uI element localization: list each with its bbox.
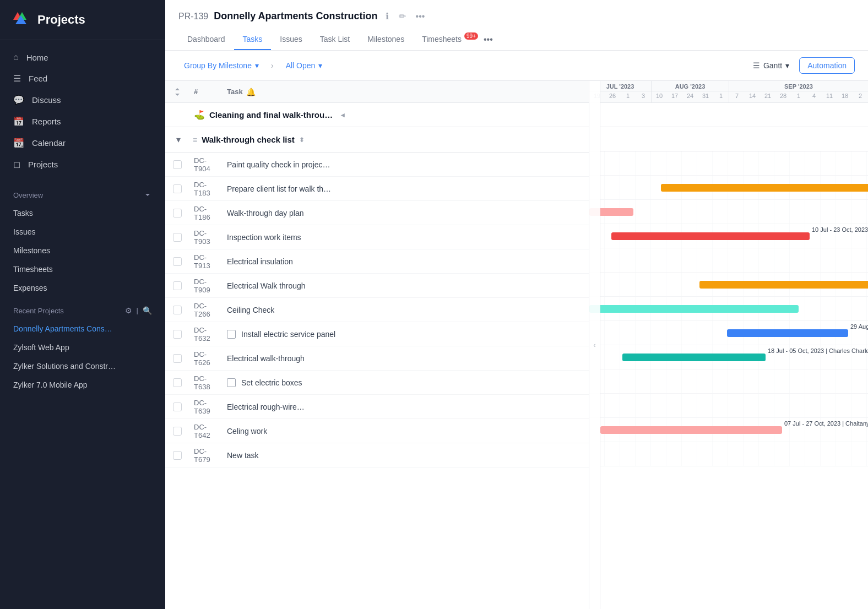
row-checkbox-DC-T903[interactable] [165, 233, 189, 242]
checkbox-DC-T904[interactable] [173, 160, 182, 169]
row-checkbox-DC-T909[interactable] [165, 281, 189, 290]
row-task-text-DC-T679: New task [227, 451, 259, 460]
checkbox-DC-T903[interactable] [173, 233, 182, 242]
gantt-cell [697, 248, 713, 272]
sidebar-item-reports[interactable]: 📅 Reports [0, 111, 165, 132]
search-recent-icon[interactable]: 🔍 [143, 306, 152, 315]
gantt-cell [836, 394, 851, 417]
filter-recent-icon[interactable]: ⚙ [125, 306, 132, 315]
checkbox-DC-T183[interactable] [173, 184, 182, 193]
gantt-row-DC-T266 [589, 297, 868, 321]
gantt-bar-DC-T903[interactable] [611, 232, 810, 240]
more-icon[interactable]: ••• [414, 9, 427, 24]
subsection-collapse-button[interactable]: ▾ [170, 134, 187, 145]
sidebar-item-projects[interactable]: ◻ Projects [0, 154, 165, 175]
row-id-DC-T909: DC-T909 [189, 278, 223, 294]
checkbox-DC-T913[interactable] [173, 257, 182, 266]
gantt-cell [713, 248, 728, 272]
recent-project-donnelly[interactable]: Donnelly Apartments Cons… [0, 319, 165, 338]
checkbox-DC-T266[interactable] [173, 306, 182, 314]
overview-expenses[interactable]: Expenses [0, 279, 165, 297]
subsection-sort-icon[interactable]: ⬍ [299, 136, 305, 144]
gantt-collapse-handle[interactable]: ‹ [589, 81, 600, 609]
gantt-cell [682, 394, 697, 417]
gantt-cell [836, 442, 851, 466]
overview-issues[interactable]: Issues [0, 222, 165, 241]
tab-milestones[interactable]: Milestones [359, 30, 413, 50]
gantt-chart-panel[interactable]: JUL '2023 19 26 1 3 AUG '2023 10 17 [589, 81, 868, 609]
row-checkbox-DC-T183[interactable] [165, 184, 189, 193]
bell-icon: 🔔 [246, 88, 256, 96]
gantt-cell [728, 200, 744, 224]
gantt-row-DC-T639 [589, 394, 868, 418]
gantt-bar-DC-T266[interactable] [589, 305, 799, 313]
overview-tasks[interactable]: Tasks [0, 204, 165, 222]
collapse-all-icon [173, 88, 182, 96]
collapse-all-button[interactable] [165, 88, 189, 96]
gantt-bar-DC-T626[interactable] [622, 354, 766, 361]
checkbox-DC-T186[interactable] [173, 209, 182, 218]
row-checkbox-DC-T626[interactable] [165, 354, 189, 363]
sidebar-item-discuss[interactable]: 💬 Discuss [0, 89, 165, 111]
recent-project-zylker-solutions[interactable]: Zylker Solutions and Constr… [0, 357, 165, 376]
checkbox-DC-T642[interactable] [173, 427, 182, 436]
gantt-cell [682, 200, 697, 224]
gantt-row-DC-T679 [589, 442, 868, 466]
gantt-cell [605, 248, 620, 272]
checkbox-DC-T909[interactable] [173, 281, 182, 290]
overview-timesheets-label: Timesheets [13, 265, 53, 274]
row-checkbox-DC-T679[interactable] [165, 451, 189, 460]
tab-dashboard[interactable]: Dashboard [178, 30, 234, 50]
gantt-cell [651, 273, 666, 296]
gantt-bar-DC-T642[interactable] [600, 426, 782, 434]
row-checkbox-DC-T904[interactable] [165, 160, 189, 169]
group-by-button[interactable]: Group By Milestone ▾ [178, 58, 264, 73]
recent-project-zylker-mobile[interactable]: Zylker 7.0 Mobile App [0, 376, 165, 394]
checkbox-DC-T679[interactable] [173, 451, 182, 460]
gantt-cell [790, 369, 805, 393]
sidebar-item-calendar[interactable]: 📆 Calendar [0, 132, 165, 154]
gantt-month-aug: AUG '2023 10 17 24 31 1 [652, 81, 729, 102]
gantt-cell [805, 248, 821, 272]
task-row: DC-T909 Electrical Walk through [165, 274, 589, 298]
info-icon[interactable]: ℹ [383, 9, 391, 24]
overview-timesheets[interactable]: Timesheets [0, 260, 165, 279]
task-row: DC-T904 Paint quality check in projec… [165, 153, 589, 177]
checkbox-DC-T626[interactable] [173, 354, 182, 363]
checkbox-DC-T638[interactable] [173, 378, 182, 387]
checkbox-DC-T639[interactable] [173, 403, 182, 411]
gantt-lines-icon: ☰ [753, 61, 760, 70]
tab-tasks[interactable]: Tasks [234, 30, 272, 50]
row-checkbox-DC-T266[interactable] [165, 306, 189, 314]
gantt-cell [636, 394, 651, 417]
gantt-label: Gantt [763, 61, 782, 70]
gantt-bar-DC-T909[interactable] [699, 281, 868, 289]
row-checkbox-DC-T638[interactable] [165, 378, 189, 387]
tab-timesheets[interactable]: Timesheets 99+ [413, 30, 479, 50]
recent-project-actions: ⚙ | 🔍 [125, 306, 152, 315]
gantt-bar-DC-T183[interactable] [661, 184, 868, 192]
overview-milestones[interactable]: Milestones [0, 241, 165, 260]
task-row: DC-T913 Electrical insulation [165, 249, 589, 274]
sidebar-item-home[interactable]: ⌂ Home [0, 47, 165, 68]
gantt-cell [697, 369, 713, 393]
filter-button[interactable]: All Open ▾ [280, 58, 328, 73]
gantt-view-button[interactable]: ☰ Gantt ▾ [747, 58, 795, 73]
row-checkbox-DC-T642[interactable] [165, 427, 189, 436]
row-task-DC-T626: Electrical walk-through [223, 354, 589, 363]
row-checkbox-DC-T913[interactable] [165, 257, 189, 266]
gantt-bar-DC-T632[interactable] [727, 329, 848, 337]
sidebar-item-feed[interactable]: ☰ Feed [0, 68, 165, 89]
row-checkbox-DC-T632[interactable] [165, 330, 189, 339]
recent-project-zylsoft[interactable]: Zylsoft Web App [0, 338, 165, 357]
task-row: DC-T903 Inspection work items [165, 225, 589, 249]
more-tabs-button[interactable]: ••• [479, 30, 497, 50]
row-checkbox-DC-T639[interactable] [165, 403, 189, 411]
automation-button[interactable]: Automation [799, 57, 855, 74]
edit-icon[interactable]: ✏ [397, 9, 408, 24]
row-checkbox-DC-T186[interactable] [165, 209, 189, 218]
gantt-cell [759, 442, 774, 466]
checkbox-DC-T632[interactable] [173, 330, 182, 339]
tab-task-list[interactable]: Task List [311, 30, 359, 50]
tab-issues[interactable]: Issues [271, 30, 311, 50]
